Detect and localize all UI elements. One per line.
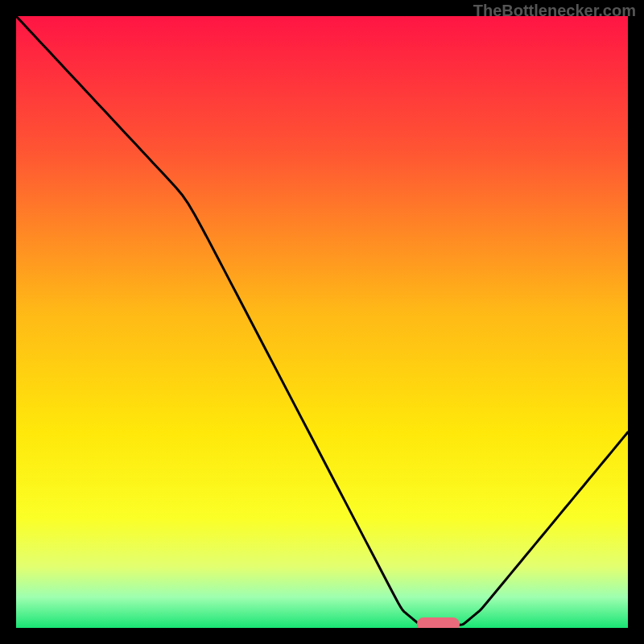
chart-svg [16,16,628,628]
optimal-marker [417,617,460,628]
watermark-text: TheBottlenecker.com [473,2,636,20]
plot-area [16,16,628,628]
gradient-background [16,16,628,628]
chart-container: TheBottlenecker.com [0,0,644,644]
